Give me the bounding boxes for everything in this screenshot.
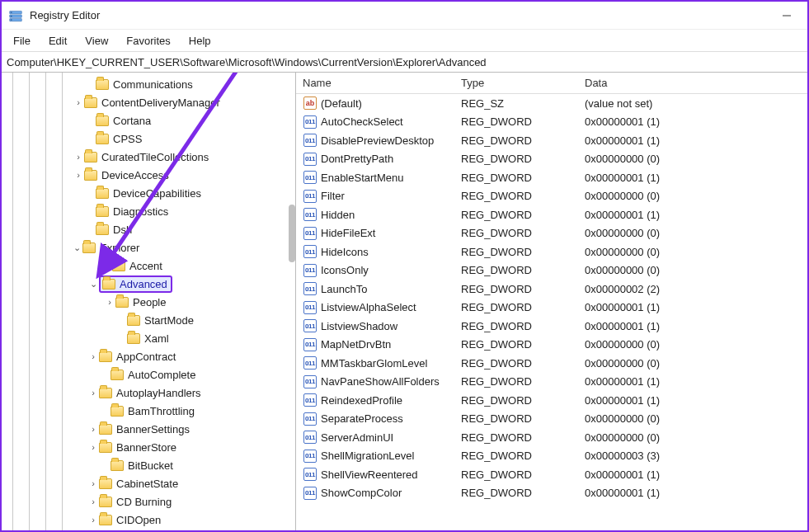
value-row[interactable]: 011SeparateProcessREG_DWORD0x00000000 (0… (296, 410, 807, 429)
reg-dword-icon: 011 (303, 450, 317, 463)
tree-item-label: BitBucket (128, 459, 173, 472)
value-type: REG_DWORD (461, 338, 585, 351)
chevron-right-icon[interactable]: › (87, 388, 99, 398)
value-row[interactable]: 011ShellViewReenteredREG_DWORD0x00000001… (296, 465, 807, 484)
value-data: 0x00000003 (3) (585, 450, 807, 462)
value-row[interactable]: 011NavPaneShowAllFoldersREG_DWORD0x00000… (296, 373, 807, 392)
reg-dword-icon: 011 (303, 301, 317, 314)
menu-view[interactable]: View (77, 32, 116, 49)
value-row[interactable]: ab(Default)REG_SZ(value not set) (296, 94, 807, 113)
value-row[interactable]: 011MapNetDrvBtnREG_DWORD0x00000000 (0) (296, 336, 807, 355)
value-row[interactable]: 011ShellMigrationLevelREG_DWORD0x0000000… (296, 447, 807, 466)
value-row[interactable]: 011MMTaskbarGlomLevelREG_DWORD0x00000000… (296, 354, 807, 373)
reg-dword-icon: 011 (303, 282, 317, 295)
column-header-type[interactable]: Type (461, 77, 585, 89)
value-data: 0x00000001 (1) (585, 172, 807, 184)
chevron-right-icon[interactable]: › (73, 152, 84, 162)
value-row[interactable]: 011ListviewAlphaSelectREG_DWORD0x0000000… (296, 299, 807, 318)
chevron-right-icon[interactable]: › (104, 297, 115, 307)
reg-dword-icon: 011 (303, 319, 317, 332)
value-row[interactable]: 011ReindexedProfileREG_DWORD0x00000001 (… (296, 391, 807, 410)
value-type: REG_DWORD (461, 450, 585, 462)
reg-dword-icon: 011 (303, 264, 317, 277)
value-type: REG_DWORD (461, 246, 585, 258)
reg-dword-icon: 011 (303, 468, 317, 481)
chevron-right-icon[interactable]: › (87, 497, 99, 506)
value-row[interactable]: 011HideFileExtREG_DWORD0x00000000 (0) (296, 224, 807, 243)
value-type: REG_SZ (461, 97, 585, 110)
menu-file[interactable]: File (5, 32, 39, 49)
value-name: DisablePreviewDesktop (321, 134, 461, 147)
value-type: REG_DWORD (461, 190, 585, 202)
value-row[interactable]: 011AutoCheckSelectREG_DWORD0x00000001 (1… (296, 113, 807, 132)
tree-item-label: BamThrottling (128, 405, 195, 417)
value-type: REG_DWORD (461, 487, 585, 499)
value-type: REG_DWORD (461, 172, 585, 184)
value-row[interactable]: 011DisablePreviewDesktopREG_DWORD0x00000… (296, 131, 807, 150)
tree-scrollbar-thumb[interactable] (289, 205, 295, 262)
chevron-right-icon[interactable]: › (87, 351, 99, 361)
address-input[interactable] (7, 56, 802, 68)
svg-rect-5 (11, 19, 12, 20)
value-data: 0x00000001 (1) (585, 115, 807, 128)
value-data: 0x00000000 (0) (585, 153, 807, 165)
value-type: REG_DWORD (461, 431, 585, 444)
value-data: 0x00000001 (1) (585, 301, 807, 313)
value-data: 0x00000000 (0) (585, 357, 807, 370)
value-type: REG_DWORD (461, 394, 585, 407)
value-name: ShellViewReentered (321, 468, 461, 481)
value-name: HideFileExt (321, 227, 461, 239)
chevron-right-icon[interactable]: › (73, 170, 84, 180)
menu-favorites[interactable]: Favorites (118, 32, 178, 49)
value-row[interactable]: 011FilterREG_DWORD0x00000000 (0) (296, 187, 807, 206)
folder-icon (84, 152, 97, 162)
folder-icon (96, 188, 109, 199)
folder-icon (99, 388, 112, 398)
value-name: ServerAdminUI (321, 431, 461, 444)
value-type: REG_DWORD (461, 283, 585, 295)
chevron-down-icon[interactable]: ⌄ (87, 279, 99, 290)
value-row[interactable]: 011HideIconsREG_DWORD0x00000000 (0) (296, 242, 807, 261)
reg-dword-icon: 011 (303, 412, 317, 426)
minimize-button[interactable] (773, 5, 801, 26)
value-row[interactable]: 011HiddenREG_DWORD0x00000001 (1) (296, 205, 807, 224)
value-type: REG_DWORD (461, 115, 585, 128)
titlebar[interactable]: Registry Editor (2, 2, 807, 30)
value-type: REG_DWORD (461, 227, 585, 239)
column-header-name[interactable]: Name (303, 77, 461, 89)
value-row[interactable]: 011ServerAdminUIREG_DWORD0x00000000 (0) (296, 428, 807, 447)
tree-item-label: BannerSettings (116, 423, 190, 435)
reg-dword-icon: 011 (303, 115, 317, 129)
menu-help[interactable]: Help (181, 32, 219, 49)
value-name: AutoCheckSelect (321, 115, 461, 128)
tree-pane[interactable]: Communications›ContentDeliveryManagerCor… (2, 73, 296, 530)
value-name: Hidden (321, 209, 461, 221)
chevron-right-icon[interactable]: › (87, 442, 99, 452)
value-row[interactable]: 011ListviewShadowREG_DWORD0x00000001 (1) (296, 317, 807, 336)
value-row[interactable]: 011ShowCompColorREG_DWORD0x00000001 (1) (296, 484, 807, 503)
chevron-right-icon[interactable]: › (73, 97, 84, 107)
value-name: SeparateProcess (321, 412, 461, 425)
value-data: 0x00000000 (0) (585, 412, 807, 425)
chevron-down-icon[interactable]: ⌄ (71, 242, 82, 253)
value-data: 0x00000000 (0) (585, 190, 807, 202)
reg-dword-icon: 011 (303, 171, 317, 184)
column-header-data[interactable]: Data (585, 77, 807, 89)
tree-item-label: People (133, 296, 166, 308)
value-row[interactable]: 011LaunchToREG_DWORD0x00000002 (2) (296, 280, 807, 299)
folder-icon (102, 279, 115, 290)
folder-icon (82, 242, 96, 253)
reg-dword-icon: 011 (303, 356, 317, 370)
value-row[interactable]: 011IconsOnlyREG_DWORD0x00000000 (0) (296, 261, 807, 280)
chevron-right-icon[interactable]: › (87, 478, 99, 488)
tree-item-label: Diagnostics (113, 205, 168, 218)
chevron-right-icon[interactable]: › (87, 515, 99, 525)
tree-item-label: CD Burning (116, 496, 172, 508)
value-row[interactable]: 011DontPrettyPathREG_DWORD0x00000000 (0) (296, 150, 807, 169)
values-pane[interactable]: Name Type Data ab(Default)REG_SZ(value n… (296, 73, 807, 530)
chevron-right-icon[interactable]: › (87, 424, 99, 434)
menu-edit[interactable]: Edit (40, 32, 75, 49)
svg-rect-4 (11, 16, 12, 16)
value-row[interactable]: 011EnableStartMenuREG_DWORD0x00000001 (1… (296, 168, 807, 187)
folder-icon (99, 442, 112, 453)
